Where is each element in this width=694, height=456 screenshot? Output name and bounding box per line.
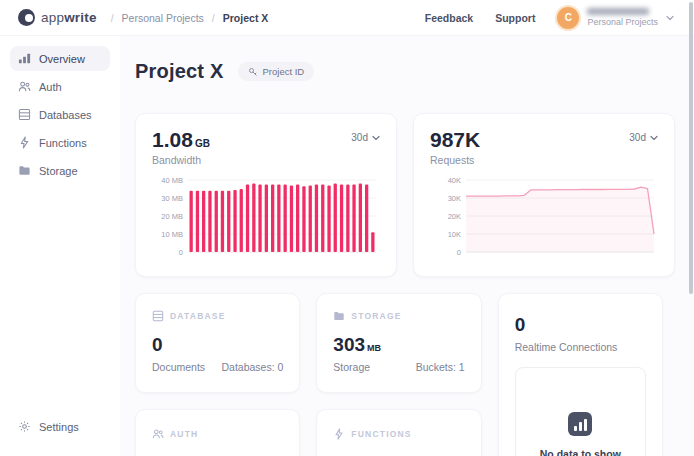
functions-card: FUNCTIONS bbox=[316, 409, 481, 456]
svg-text:40 MB: 40 MB bbox=[161, 176, 183, 185]
realtime-card: 0 Realtime Connections No data to show G… bbox=[498, 293, 663, 456]
auth-card: AUTH bbox=[135, 409, 300, 456]
database-tag: DATABASE bbox=[170, 311, 226, 321]
database-card: DATABASE 0 Documents Databases: 0 bbox=[135, 293, 300, 393]
sidebar-item-functions[interactable]: Functions bbox=[10, 130, 110, 155]
feedback-button[interactable]: Feedback bbox=[425, 12, 473, 24]
chevron-down-icon bbox=[650, 134, 658, 142]
breadcrumb: / Personal Projects / Project X bbox=[111, 12, 269, 24]
bandwidth-range-select[interactable]: 30d bbox=[351, 132, 380, 143]
realtime-label: Realtime Connections bbox=[515, 341, 646, 353]
chart-icon bbox=[568, 412, 592, 436]
sidebar-item-auth[interactable]: Auth bbox=[10, 74, 110, 99]
sidebar-item-label: Settings bbox=[39, 421, 79, 433]
buckets-count: Buckets: 1 bbox=[416, 361, 465, 373]
storage-value: 303MB bbox=[333, 334, 464, 356]
requests-label: Requests bbox=[430, 154, 480, 166]
svg-text:10 MB: 10 MB bbox=[161, 230, 183, 239]
users-icon bbox=[152, 428, 164, 440]
appwrite-logo[interactable]: appwrite bbox=[18, 9, 97, 26]
requests-range-select[interactable]: 30d bbox=[629, 132, 658, 143]
svg-text:0: 0 bbox=[457, 248, 461, 257]
user-name-redacted bbox=[587, 8, 649, 15]
requests-card: 987K Requests 30d 010K20K30K40K bbox=[413, 113, 675, 277]
requests-chart: 010K20K30K40K bbox=[430, 174, 658, 270]
folder-icon bbox=[333, 310, 345, 322]
sidebar-item-label: Auth bbox=[39, 81, 62, 93]
storage-card: STORAGE 303MB Storage Buckets: 1 bbox=[316, 293, 481, 393]
sidebar-item-label: Overview bbox=[39, 53, 85, 65]
avatar: C bbox=[557, 7, 579, 29]
account-meta: Personal Projects bbox=[587, 8, 658, 27]
project-id-icon bbox=[248, 67, 258, 77]
chevron-down-icon bbox=[666, 14, 674, 22]
realtime-count: 0 bbox=[515, 314, 646, 336]
svg-text:0: 0 bbox=[179, 248, 183, 257]
documents-count: 0 bbox=[152, 334, 283, 356]
sidebar-item-label: Functions bbox=[39, 137, 87, 149]
page-title: Project X bbox=[135, 60, 224, 83]
account-menu[interactable]: C Personal Projects bbox=[557, 7, 674, 29]
breadcrumb-separator: / bbox=[111, 12, 114, 24]
sidebar-item-overview[interactable]: Overview bbox=[10, 46, 110, 71]
organization-name: Personal Projects bbox=[587, 17, 658, 27]
support-button[interactable]: Support bbox=[495, 12, 535, 24]
svg-text:40K: 40K bbox=[448, 176, 461, 185]
bandwidth-label: Bandwidth bbox=[152, 154, 210, 166]
folder-icon bbox=[18, 164, 31, 177]
appwrite-logo-icon bbox=[18, 9, 35, 26]
svg-text:30K: 30K bbox=[448, 194, 461, 203]
bar-chart-icon bbox=[18, 52, 31, 65]
main-content: Project X Project ID 1.08GB Bandwidth 30… bbox=[120, 36, 694, 456]
svg-text:20 MB: 20 MB bbox=[161, 212, 183, 221]
lightning-icon bbox=[18, 136, 31, 149]
documents-label: Documents bbox=[152, 361, 205, 373]
sidebar-item-label: Storage bbox=[39, 165, 78, 177]
functions-tag: FUNCTIONS bbox=[351, 429, 411, 439]
gear-icon bbox=[18, 420, 31, 433]
bandwidth-card: 1.08GB Bandwidth 30d 010 MB20 MB30 MB40 … bbox=[135, 113, 397, 277]
chevron-down-icon bbox=[372, 134, 380, 142]
storage-tag: STORAGE bbox=[351, 311, 401, 321]
sidebar: Overview Auth Databases Functions Storag… bbox=[0, 36, 120, 456]
project-id-label: Project ID bbox=[263, 66, 305, 77]
bandwidth-chart: 010 MB20 MB30 MB40 MB bbox=[152, 174, 380, 270]
realtime-empty-state: No data to show Get started with Realtim… bbox=[515, 367, 646, 456]
breadcrumb-separator: / bbox=[212, 12, 215, 24]
sidebar-item-settings[interactable]: Settings bbox=[10, 414, 110, 439]
storage-unit: MB bbox=[367, 343, 381, 353]
no-data-text: No data to show bbox=[526, 448, 635, 456]
project-id-badge[interactable]: Project ID bbox=[238, 62, 315, 81]
sidebar-item-databases[interactable]: Databases bbox=[10, 102, 110, 127]
vertical-scrollbar[interactable] bbox=[689, 2, 693, 294]
users-icon bbox=[18, 80, 31, 93]
breadcrumb-personal-projects[interactable]: Personal Projects bbox=[122, 12, 204, 24]
database-icon bbox=[18, 108, 31, 121]
breadcrumb-project-x[interactable]: Project X bbox=[223, 12, 269, 24]
bandwidth-unit: GB bbox=[195, 138, 210, 149]
svg-text:20K: 20K bbox=[448, 212, 461, 221]
svg-text:30 MB: 30 MB bbox=[161, 194, 183, 203]
requests-value: 987K bbox=[430, 128, 480, 151]
database-icon bbox=[152, 310, 164, 322]
databases-count: Databases: 0 bbox=[221, 361, 283, 373]
lightning-icon bbox=[333, 428, 345, 440]
sidebar-item-storage[interactable]: Storage bbox=[10, 158, 110, 183]
storage-label: Storage bbox=[333, 361, 370, 373]
sidebar-item-label: Databases bbox=[39, 109, 92, 121]
appwrite-logo-text: appwrite bbox=[41, 10, 97, 25]
auth-tag: AUTH bbox=[170, 429, 198, 439]
bandwidth-value: 1.08 bbox=[152, 128, 193, 151]
topbar: appwrite / Personal Projects / Project X… bbox=[0, 0, 694, 36]
svg-text:10K: 10K bbox=[448, 230, 461, 239]
